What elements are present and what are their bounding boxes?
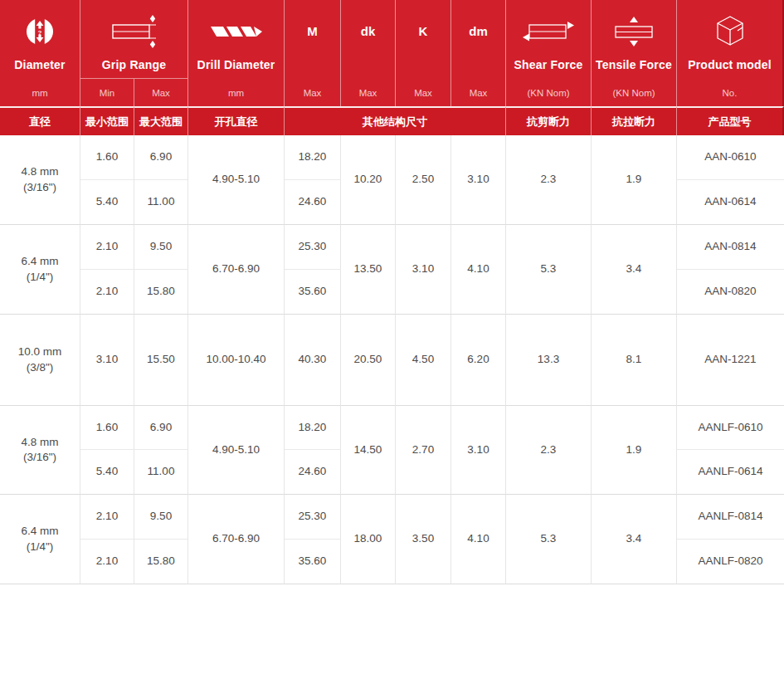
header-dk: dk bbox=[341, 0, 396, 79]
drill-cell: 6.70-6.90 bbox=[188, 225, 285, 315]
grip-max-cell: 9.50 bbox=[134, 225, 188, 270]
drill-cell: 6.70-6.90 bbox=[188, 495, 285, 584]
header-drill-diameter: Drill Diameter bbox=[188, 0, 285, 79]
subheader-k-max: Max bbox=[396, 79, 451, 106]
diameter-cell: 4.8 mm (3/16") bbox=[0, 135, 80, 225]
grip-max-cell: 11.00 bbox=[134, 180, 188, 225]
header-diameter: ? Diameter bbox=[0, 0, 80, 79]
grip-min-cell: 1.60 bbox=[80, 406, 134, 450]
tensile-force-icon bbox=[611, 7, 657, 55]
spec-table-page: ? Diameter Grip Range bbox=[0, 0, 784, 679]
subheader-grip-min: Min bbox=[80, 79, 134, 106]
header-dm: dm bbox=[451, 0, 506, 79]
grip-max-cell: 11.00 bbox=[134, 450, 188, 495]
header-dm-label: dm bbox=[469, 24, 488, 38]
grip-range-icon bbox=[110, 7, 158, 55]
drill-bit-icon bbox=[209, 7, 264, 55]
grip-min-cell: 2.10 bbox=[80, 270, 134, 315]
dk-cell: 18.00 bbox=[341, 495, 396, 584]
dk-cell: 13.50 bbox=[341, 225, 396, 315]
header-k-label: K bbox=[419, 24, 428, 38]
tensile-cell: 1.9 bbox=[592, 406, 677, 495]
k-cell: 2.70 bbox=[396, 406, 451, 495]
subheader-diameter-unit: mm bbox=[0, 79, 80, 106]
diameter-value: 4.8 mm bbox=[21, 435, 58, 450]
header-product-model-label: Product model bbox=[688, 58, 772, 71]
diameter-value: 6.4 mm bbox=[21, 524, 58, 539]
zh-header-drill: 开孔直径 bbox=[188, 106, 285, 135]
header-drill-diameter-label: Drill Diameter bbox=[197, 58, 275, 71]
diameter-fraction: (3/16") bbox=[23, 450, 56, 465]
subheader-drill-unit: mm bbox=[188, 79, 285, 106]
header-tensile-force-label: Tensile Force bbox=[596, 58, 672, 71]
model-cell: AANLF-0614 bbox=[677, 450, 784, 495]
grip-min-cell: 5.40 bbox=[80, 450, 134, 495]
grip-max-cell: 6.90 bbox=[134, 406, 188, 450]
tensile-cell: 1.9 bbox=[592, 135, 677, 225]
shear-cell: 13.3 bbox=[506, 315, 592, 406]
diameter-cell: 10.0 mm (3/8") bbox=[0, 315, 80, 406]
shear-force-icon bbox=[520, 7, 577, 55]
dm-cell: 6.20 bbox=[451, 315, 506, 406]
grip-max-cell: 9.50 bbox=[134, 495, 188, 540]
diameter-value: 4.8 mm bbox=[21, 164, 58, 179]
model-cell: AAN-0610 bbox=[677, 135, 784, 180]
dk-cell: 10.20 bbox=[341, 135, 396, 225]
dk-cell: 14.50 bbox=[341, 406, 396, 495]
k-cell: 4.50 bbox=[396, 315, 451, 406]
diameter-fraction: (3/8") bbox=[27, 360, 54, 375]
spec-table: ? Diameter Grip Range bbox=[0, 0, 784, 584]
model-cell: AANLF-0814 bbox=[677, 495, 784, 540]
header-diameter-label: Diameter bbox=[14, 58, 66, 71]
zh-header-grip-max: 最大范围 bbox=[134, 106, 188, 135]
model-cell: AAN-0614 bbox=[677, 180, 784, 225]
tensile-cell: 3.4 bbox=[592, 495, 677, 584]
m-cell: 18.20 bbox=[285, 135, 341, 180]
product-box-icon bbox=[713, 7, 747, 55]
shear-cell: 2.3 bbox=[506, 406, 592, 495]
grip-min-cell: 2.10 bbox=[80, 225, 134, 270]
dm-cell: 3.10 bbox=[451, 135, 506, 225]
drill-cell: 10.00-10.40 bbox=[188, 315, 285, 406]
grip-max-cell: 6.90 bbox=[134, 135, 188, 180]
drill-cell: 4.90-5.10 bbox=[188, 135, 285, 225]
grip-min-cell: 2.10 bbox=[80, 495, 134, 540]
diameter-cell: 4.8 mm (3/16") bbox=[0, 406, 80, 495]
grip-min-cell: 3.10 bbox=[80, 315, 134, 406]
grip-max-cell: 15.50 bbox=[134, 315, 188, 406]
diameter-fraction: (1/4") bbox=[27, 540, 54, 554]
drill-cell: 4.90-5.10 bbox=[188, 406, 285, 495]
zh-header-product: 产品型号 bbox=[677, 106, 784, 135]
header-m-label: M bbox=[307, 24, 318, 38]
dk-cell: 20.50 bbox=[341, 315, 396, 406]
m-cell: 25.30 bbox=[285, 225, 341, 270]
model-cell: AANLF-0610 bbox=[677, 406, 784, 450]
subheader-dm-max: Max bbox=[451, 79, 506, 106]
header-shear-force-label: Shear Force bbox=[514, 58, 582, 71]
subheader-grip-max: Max bbox=[134, 79, 188, 106]
zh-header-grip-min: 最小范围 bbox=[80, 106, 134, 135]
k-cell: 2.50 bbox=[396, 135, 451, 225]
header-m: M bbox=[285, 0, 341, 79]
model-cell: AAN-0814 bbox=[677, 225, 784, 270]
header-product-model: Product model bbox=[677, 0, 784, 79]
m-cell: 24.60 bbox=[285, 180, 341, 225]
header-k: K bbox=[396, 0, 451, 79]
header-grip-range: Grip Range bbox=[80, 0, 188, 79]
dm-cell: 4.10 bbox=[451, 225, 506, 315]
k-cell: 3.10 bbox=[396, 225, 451, 315]
m-cell: 35.60 bbox=[285, 270, 341, 315]
diameter-value: 10.0 mm bbox=[18, 344, 62, 359]
shear-cell: 5.3 bbox=[506, 225, 592, 315]
zh-header-diameter: 直径 bbox=[0, 106, 80, 135]
dm-cell: 3.10 bbox=[451, 406, 506, 495]
zh-header-shear: 抗剪断力 bbox=[506, 106, 592, 135]
subheader-dk-max: Max bbox=[341, 79, 396, 106]
m-cell: 25.30 bbox=[285, 495, 341, 540]
header-dk-label: dk bbox=[361, 24, 376, 38]
shear-cell: 2.3 bbox=[506, 135, 592, 225]
k-cell: 3.50 bbox=[396, 495, 451, 584]
model-cell: AAN-1221 bbox=[677, 315, 784, 406]
diameter-fraction: (1/4") bbox=[27, 270, 54, 285]
subheader-product-no: No. bbox=[677, 79, 784, 106]
